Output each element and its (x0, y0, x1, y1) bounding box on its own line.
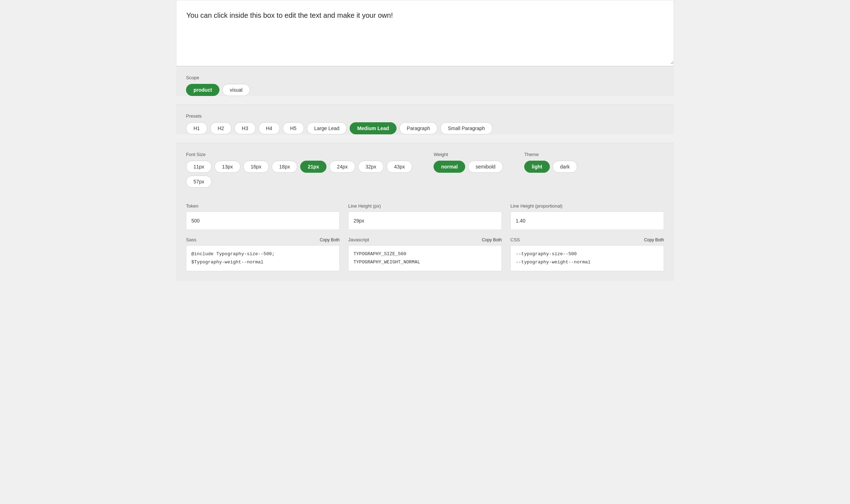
css-line-1: --typography-size--500 (516, 250, 659, 258)
token-value: 500 (186, 211, 340, 230)
line-height-px-label-row: Line Height (px) (348, 203, 502, 209)
preset-h5[interactable]: H5 (283, 122, 304, 134)
css-line-2: --typography-weight--normal (516, 258, 659, 266)
javascript-code-box: TYPOGRAPHY_SIZE_500 TYPOGRAPHY_WEIGHT_NO… (348, 245, 502, 271)
preset-paragraph[interactable]: Paragraph (399, 122, 437, 134)
javascript-line-2: TYPOGRAPHY_WEIGHT_NORMAL (354, 258, 496, 266)
javascript-copy-both-button[interactable]: Copy Both (482, 237, 502, 242)
text-editor-section: You can click inside this box to edit th… (176, 0, 674, 66)
weight-group: Weight normal semibold (434, 152, 503, 188)
fontsize-13px[interactable]: 13px (214, 161, 240, 173)
javascript-label-row: Javascript Copy Both (348, 237, 502, 242)
scope-pill-visual[interactable]: visual (222, 84, 250, 96)
token-col: Token 500 (186, 203, 340, 230)
scope-label: Scope (186, 75, 664, 80)
token-section: Token 500 Line Height (px) 29px Line Hei… (176, 196, 674, 237)
preset-small-paragraph[interactable]: Small Paragraph (440, 122, 492, 134)
javascript-line-1: TYPOGRAPHY_SIZE_500 (354, 250, 496, 258)
token-label-row: Token (186, 203, 340, 209)
css-col: CSS Copy Both --typography-size--500 --t… (510, 237, 664, 271)
weight-semibold[interactable]: semibold (468, 161, 503, 173)
fontsize-43px[interactable]: 43px (387, 161, 412, 173)
fontsize-11px[interactable]: 11px (186, 161, 212, 173)
javascript-label: Javascript (348, 237, 369, 242)
theme-light[interactable]: light (524, 161, 550, 173)
css-code-box: --typography-size--500 --typography-weig… (510, 245, 664, 271)
weight-normal[interactable]: normal (434, 161, 465, 173)
javascript-col: Javascript Copy Both TYPOGRAPHY_SIZE_500… (348, 237, 502, 271)
presets-label: Presets (186, 113, 664, 119)
preset-h3[interactable]: H3 (234, 122, 256, 134)
fontsize-18px[interactable]: 18px (272, 161, 297, 173)
fontsize-21px[interactable]: 21px (300, 161, 326, 173)
preset-medium-lead[interactable]: Medium Lead (350, 122, 396, 134)
sass-copy-both-button[interactable]: Copy Both (320, 237, 340, 242)
sass-col: Sass Copy Both @include Typography-size-… (186, 237, 340, 271)
font-controls-section: Font Size 11px 13px 16px 18px 21px 24px … (176, 143, 674, 196)
line-height-px-label: Line Height (px) (348, 203, 381, 209)
css-label-row: CSS Copy Both (510, 237, 664, 242)
code-section: Sass Copy Both @include Typography-size-… (176, 237, 674, 281)
preset-large-lead[interactable]: Large Lead (307, 122, 347, 134)
scope-pill-group: product visual (186, 84, 664, 96)
sass-line-2: $Typography-weight--normal (191, 258, 334, 266)
line-height-prop-col: Line Height (proportional) 1.40 (510, 203, 664, 230)
page-wrapper: You can click inside this box to edit th… (176, 0, 674, 281)
sass-code-box: @include Typography-size--500; $Typograp… (186, 245, 340, 271)
sass-line-1: @include Typography-size--500; (191, 250, 334, 258)
font-size-label: Font Size (186, 152, 412, 157)
preset-h4[interactable]: H4 (259, 122, 280, 134)
sass-label-row: Sass Copy Both (186, 237, 340, 242)
fontsize-24px[interactable]: 24px (329, 161, 355, 173)
theme-label: Theme (524, 152, 577, 157)
theme-dark[interactable]: dark (553, 161, 577, 173)
preset-h2[interactable]: H2 (210, 122, 232, 134)
scope-pill-product[interactable]: product (186, 84, 219, 96)
css-copy-both-button[interactable]: Copy Both (644, 237, 664, 242)
font-size-group: Font Size 11px 13px 16px 18px 21px 24px … (186, 152, 412, 188)
line-height-prop-label-row: Line Height (proportional) (510, 203, 664, 209)
token-label: Token (186, 203, 198, 209)
theme-group: Theme light dark (524, 152, 577, 188)
line-height-prop-label: Line Height (proportional) (510, 203, 563, 209)
presets-section: Presets H1 H2 H3 H4 H5 Large Lead Medium… (176, 104, 674, 134)
sass-label: Sass (186, 237, 196, 242)
preset-h1[interactable]: H1 (186, 122, 207, 134)
line-height-px-col: Line Height (px) 29px (348, 203, 502, 230)
presets-pill-group: H1 H2 H3 H4 H5 Large Lead Medium Lead Pa… (186, 122, 664, 134)
fontsize-57px[interactable]: 57px (186, 176, 212, 188)
css-label: CSS (510, 237, 520, 242)
line-height-px-value: 29px (348, 211, 502, 230)
fontsize-32px[interactable]: 32px (358, 161, 384, 173)
line-height-prop-value: 1.40 (510, 211, 664, 230)
weight-label: Weight (434, 152, 503, 157)
scope-section: Scope product visual (176, 66, 674, 96)
fontsize-16px[interactable]: 16px (243, 161, 269, 173)
text-editor[interactable]: You can click inside this box to edit th… (176, 0, 674, 64)
